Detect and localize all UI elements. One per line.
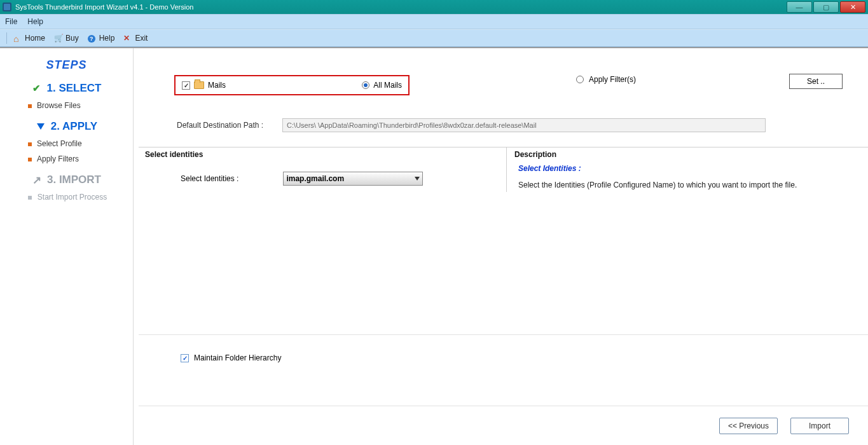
identities-description-row: Select identities Select Identities : im… <box>139 147 868 192</box>
toolbar-help[interactable]: Help <box>85 34 118 43</box>
cart-icon <box>54 34 63 43</box>
set-button[interactable]: Set .. <box>789 74 843 89</box>
mails-checkbox-wrap[interactable]: Mails <box>182 81 226 90</box>
description-body: Select the Identities (Profile Configure… <box>518 181 860 189</box>
substep-browse-files[interactable]: Browse Files <box>37 101 127 110</box>
steps-header: STEPS <box>6 58 127 72</box>
toolbar-help-label: Help <box>99 34 115 43</box>
mail-options-highlight: Mails All Mails <box>174 75 410 95</box>
apply-filter-label: Apply Filter(s) <box>589 75 636 84</box>
step-apply-label: 2. APPLY <box>51 120 97 133</box>
toolbar: Home Buy Help Exit <box>0 29 868 47</box>
menubar: File Help <box>0 14 868 29</box>
substep-start-import: Start Import Process <box>37 193 127 202</box>
arrow-icon <box>32 175 42 185</box>
toolbar-buy-label: Buy <box>65 34 79 43</box>
menu-help[interactable]: Help <box>27 17 43 26</box>
identities-label: Select Identities : <box>181 174 238 183</box>
destination-label: Default Destination Path : <box>177 121 263 130</box>
description-panel: Description Select Identities : Select t… <box>506 147 868 192</box>
all-mails-label: All Mails <box>373 81 402 90</box>
step-import-subs: Start Import Process <box>6 193 127 202</box>
identities-panel: Select identities Select Identities : im… <box>139 147 506 192</box>
toolbar-home[interactable]: Home <box>11 34 48 43</box>
steps-sidebar: STEPS 1. SELECT Browse Files 2. APPLY Se… <box>0 48 134 445</box>
window-buttons: — ▢ ✕ <box>785 1 865 13</box>
identities-select-row: Select Identities : imap.gmail.com <box>145 172 500 186</box>
step-select[interactable]: 1. SELECT <box>6 82 127 95</box>
check-icon <box>32 83 42 93</box>
destination-path-field: C:\Users\ \AppData\Roaming\Thunderbird\P… <box>282 118 766 132</box>
menu-file[interactable]: File <box>5 17 17 26</box>
toolbar-buy[interactable]: Buy <box>52 34 81 43</box>
all-mails-radio[interactable] <box>362 81 369 89</box>
all-mails-radio-wrap[interactable]: All Mails <box>362 81 402 90</box>
maximize-button[interactable]: ▢ <box>813 1 839 13</box>
identities-selected-value: imap.gmail.com <box>286 174 344 183</box>
workspace: STEPS 1. SELECT Browse Files 2. APPLY Se… <box>0 48 868 445</box>
step-select-subs: Browse Files <box>6 101 127 110</box>
description-subhead: Select Identities : <box>518 164 860 173</box>
mails-checkbox[interactable] <box>182 81 190 90</box>
previous-button[interactable]: << Previous <box>719 418 778 434</box>
maintain-hierarchy-checkbox[interactable] <box>181 354 189 362</box>
exit-icon <box>123 34 132 43</box>
step-apply[interactable]: 2. APPLY <box>6 120 127 133</box>
substep-select-profile[interactable]: Select Profile <box>37 139 127 148</box>
description-legend: Description <box>514 150 860 159</box>
titlebar: SysTools Thunderbird Import Wizard v4.1 … <box>0 0 868 14</box>
app-icon <box>3 3 11 11</box>
toolbar-exit[interactable]: Exit <box>121 34 150 43</box>
toolbar-separator <box>6 32 7 44</box>
close-button[interactable]: ✕ <box>840 1 865 13</box>
step-import: 3. IMPORT <box>6 174 127 186</box>
panel-divider <box>139 334 868 335</box>
toolbar-home-label: Home <box>25 34 45 43</box>
options-row: Mails All Mails Apply Filter(s) Set .. <box>174 75 843 95</box>
mails-label: Mails <box>208 81 226 90</box>
identities-combobox[interactable]: imap.gmail.com <box>283 172 423 186</box>
toolbar-exit-label: Exit <box>135 34 148 43</box>
import-button[interactable]: Import <box>790 418 849 434</box>
maintain-hierarchy-wrap[interactable]: Maintain Folder Hierarchy <box>181 353 281 362</box>
step-select-label: 1. SELECT <box>47 82 102 95</box>
step-apply-subs: Select Profile Apply Filters <box>6 139 127 163</box>
help-icon <box>88 34 97 43</box>
apply-filter-radio[interactable] <box>576 76 584 83</box>
window-title: SysTools Thunderbird Import Wizard v4.1 … <box>15 3 193 11</box>
wizard-footer: << Previous Import <box>139 406 868 445</box>
main-panel: Mails All Mails Apply Filter(s) Set .. D… <box>134 48 868 445</box>
step-import-label: 3. IMPORT <box>47 174 101 186</box>
maintain-hierarchy-label: Maintain Folder Hierarchy <box>194 353 281 362</box>
home-icon <box>13 34 22 43</box>
destination-row: Default Destination Path : C:\Users\ \Ap… <box>177 118 766 132</box>
chevron-down-icon <box>415 177 420 181</box>
identities-legend: Select identities <box>145 150 500 159</box>
funnel-icon <box>36 121 46 132</box>
apply-filter-radio-wrap[interactable]: Apply Filter(s) <box>576 75 636 84</box>
substep-apply-filters[interactable]: Apply Filters <box>37 154 127 163</box>
minimize-button[interactable]: — <box>787 1 812 13</box>
folder-icon <box>194 81 204 89</box>
